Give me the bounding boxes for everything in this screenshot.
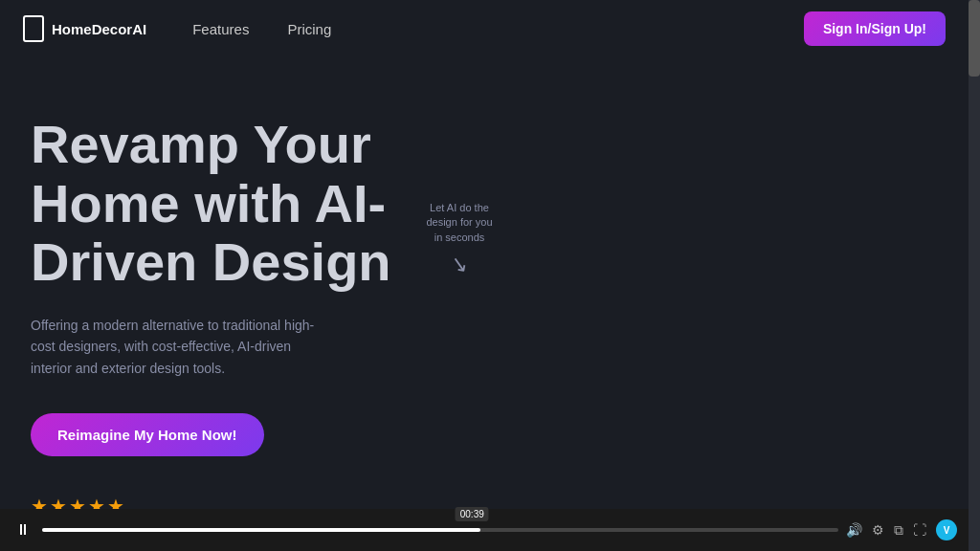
video-pause-button[interactable]: ⏸ bbox=[11, 518, 34, 541]
video-timestamp: 00:39 bbox=[456, 507, 489, 521]
hero-section: Revamp Your Home with AI-Driven Design O… bbox=[0, 57, 969, 551]
signup-button[interactable]: Sign In/Sign Up! bbox=[804, 11, 946, 46]
logo[interactable]: HomeDecorAI bbox=[23, 15, 146, 42]
scrollbar-thumb[interactable] bbox=[969, 0, 980, 77]
nav-links: Features Pricing bbox=[192, 21, 804, 37]
scrollbar[interactable] bbox=[969, 0, 980, 551]
annotation-bubble: Let AI do the design for you in seconds … bbox=[421, 201, 498, 280]
hero-headline: Revamp Your Home with AI-Driven Design bbox=[31, 115, 394, 292]
settings-icon[interactable]: ⚙ bbox=[872, 522, 884, 538]
logo-text: HomeDecorAI bbox=[52, 21, 146, 37]
nav-link-pricing[interactable]: Pricing bbox=[287, 21, 331, 37]
nav-link-features[interactable]: Features bbox=[192, 21, 249, 37]
fullscreen-icon[interactable]: ⛶ bbox=[913, 522, 926, 538]
picture-in-picture-icon[interactable]: ⧉ bbox=[894, 522, 903, 539]
volume-icon[interactable]: 🔊 bbox=[846, 522, 862, 538]
hero-subtext: Offering a modern alternative to traditi… bbox=[31, 315, 318, 379]
video-progress-bar[interactable]: 00:39 bbox=[42, 528, 838, 532]
vimeo-logo: V bbox=[936, 519, 957, 540]
pause-icon: ⏸ bbox=[15, 521, 31, 539]
hero-cta-button[interactable]: Reimagine My Home Now! bbox=[31, 413, 264, 456]
navbar: HomeDecorAI Features Pricing Sign In/Sig… bbox=[0, 0, 969, 57]
video-bar: ⏸ 00:39 🔊 ⚙ ⧉ ⛶ V bbox=[0, 509, 969, 551]
annotation-text: Let AI do the design for you in seconds bbox=[426, 202, 492, 243]
logo-icon bbox=[23, 15, 44, 42]
video-progress-fill bbox=[42, 528, 480, 532]
video-controls-right: 🔊 ⚙ ⧉ ⛶ V bbox=[846, 519, 957, 540]
